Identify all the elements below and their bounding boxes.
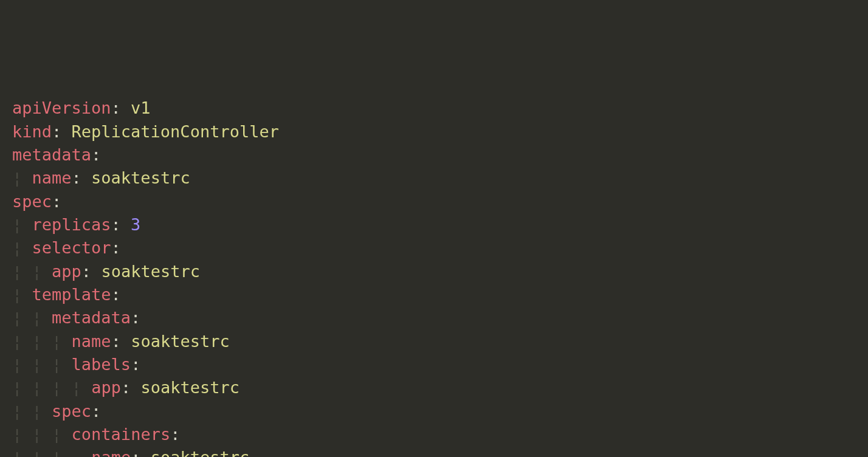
yaml-value: soaktestrc <box>151 448 250 457</box>
yaml-key: app <box>91 378 121 397</box>
indent-guide: ¦ <box>32 306 42 329</box>
indent-guide: ¦ <box>12 260 22 283</box>
yaml-key: name <box>72 332 111 351</box>
indent-guide: ¦ <box>12 213 22 236</box>
code-line: ¦ ¦ spec: <box>12 400 868 423</box>
colon: : <box>131 448 140 457</box>
code-line: spec: <box>12 190 868 213</box>
yaml-value: soaktestrc <box>101 262 200 281</box>
colon: : <box>111 238 121 257</box>
indent-guide: ¦ <box>12 353 22 376</box>
colon: : <box>81 262 91 281</box>
yaml-key: metadata <box>52 308 131 327</box>
colon: : <box>111 215 121 234</box>
indent-guide: ¦ <box>12 167 22 190</box>
colon: : <box>91 402 101 421</box>
yaml-value: soaktestrc <box>131 332 230 351</box>
colon: : <box>170 425 180 444</box>
code-line: ¦ replicas: 3 <box>12 213 868 236</box>
indent-guide: ¦ <box>72 376 81 399</box>
indent-guide: ¦ <box>12 400 22 423</box>
code-line: metadata: <box>12 143 868 167</box>
yaml-key: kind <box>12 122 52 141</box>
code-line: ¦ ¦ ¦ ¦ app: soaktestrc <box>12 376 868 399</box>
colon: : <box>52 122 61 141</box>
code-line: ¦ selector: <box>12 236 868 259</box>
yaml-key: labels <box>72 355 131 374</box>
indent-guide: ¦ <box>12 446 22 457</box>
indent-guide: ¦ <box>52 330 61 353</box>
indent-guide: ¦ <box>52 376 61 399</box>
colon: : <box>111 285 121 304</box>
colon: : <box>121 378 131 397</box>
yaml-value: soaktestrc <box>140 378 239 397</box>
colon: : <box>52 192 61 211</box>
yaml-key: app <box>52 262 81 281</box>
code-line: kind: ReplicationController <box>12 120 868 143</box>
yaml-key: replicas <box>32 215 111 234</box>
yaml-key: spec <box>12 192 52 211</box>
indent-guide: ¦ <box>52 423 61 446</box>
code-editor[interactable]: apiVersion: v1kind: ReplicationControlle… <box>12 97 868 457</box>
indent-guide: ¦ <box>32 423 42 446</box>
indent-guide: ¦ <box>32 400 42 423</box>
indent-guide: ¦ <box>52 353 61 376</box>
indent-guide: ¦ <box>12 236 22 259</box>
indent-guide: ¦ <box>32 260 42 283</box>
colon: : <box>91 145 101 164</box>
code-line: ¦ ¦ ¦ containers: <box>12 423 868 446</box>
yaml-key: selector <box>32 238 111 257</box>
list-dash: - <box>72 448 81 457</box>
yaml-value: 3 <box>131 215 140 234</box>
colon: : <box>72 168 81 187</box>
code-line: ¦ ¦ ¦ name: soaktestrc <box>12 330 868 353</box>
indent-guide: ¦ <box>12 423 22 446</box>
code-line: ¦ name: soaktestrc <box>12 167 868 190</box>
indent-guide: ¦ <box>32 330 42 353</box>
yaml-key: name <box>32 168 72 187</box>
yaml-key: spec <box>52 402 91 421</box>
indent-guide: ¦ <box>32 353 42 376</box>
yaml-key: apiVersion <box>12 98 111 117</box>
indent-guide: ¦ <box>12 330 22 353</box>
indent-guide: ¦ <box>52 446 61 457</box>
colon: : <box>111 98 121 117</box>
code-line: ¦ ¦ ¦ - name: soaktestrc <box>12 446 868 457</box>
indent-guide: ¦ <box>12 306 22 329</box>
code-line: ¦ ¦ metadata: <box>12 306 868 329</box>
yaml-key: metadata <box>12 145 91 164</box>
colon: : <box>131 355 140 374</box>
colon: : <box>131 308 140 327</box>
indent-guide: ¦ <box>32 376 42 399</box>
yaml-key: template <box>32 285 111 304</box>
indent-guide: ¦ <box>12 283 22 306</box>
indent-guide: ¦ <box>12 376 22 399</box>
colon: : <box>111 332 121 351</box>
code-line: apiVersion: v1 <box>12 97 868 120</box>
yaml-key: name <box>91 448 131 457</box>
code-line: ¦ ¦ ¦ labels: <box>12 353 868 376</box>
yaml-value: ReplicationController <box>72 122 279 141</box>
yaml-value: soaktestrc <box>91 168 190 187</box>
indent-guide: ¦ <box>32 446 42 457</box>
code-line: ¦ ¦ app: soaktestrc <box>12 260 868 283</box>
code-line: ¦ template: <box>12 283 868 306</box>
yaml-value: v1 <box>131 98 151 117</box>
yaml-key: containers <box>72 425 171 444</box>
